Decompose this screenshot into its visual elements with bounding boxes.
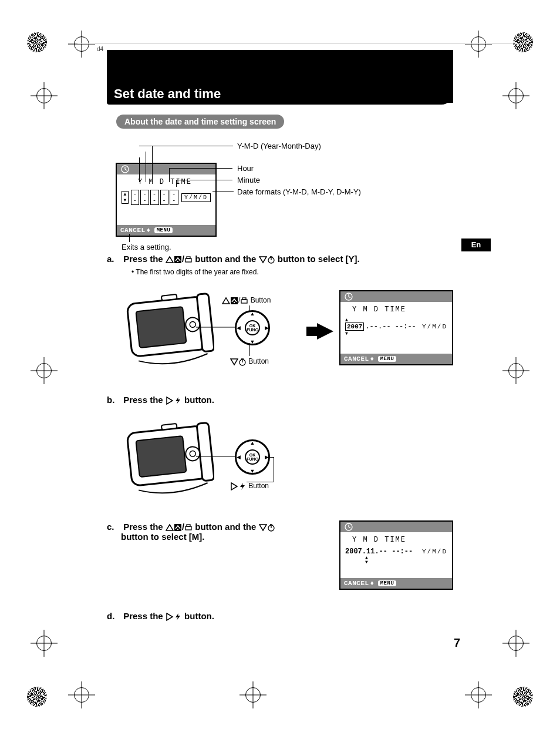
- clock-icon: [344, 522, 353, 532]
- triangle-up-icon: [166, 523, 174, 532]
- dpad-control: OKFUNC ▲ ▼ ◀ ▶: [235, 310, 270, 345]
- screen-year-select: Y M D TIME ▲ 2007 ▼ .--.-- --:-- Y/M/D C…: [339, 290, 453, 365]
- print-icon: [184, 523, 193, 532]
- self-timer-icon: [238, 358, 247, 366]
- triangle-down-icon: [259, 523, 267, 532]
- page-number: 7: [454, 636, 460, 650]
- up-button-label: / Button: [222, 296, 271, 305]
- print-icon: [184, 256, 193, 264]
- svg-rect-14: [136, 436, 186, 477]
- triangle-right-icon: [166, 613, 174, 621]
- callout-exits: Exits a setting.: [122, 243, 171, 251]
- screen-month-select: Y M D TIME 2007.11.-- --:-- Y/M/D ▲▼ CAN…: [339, 520, 453, 590]
- exposure-icon: [230, 297, 238, 305]
- flash-icon: [238, 482, 247, 491]
- dpad-control: OKFUNC ▲ ▼ ◀ ▶: [235, 439, 270, 475]
- clock-icon: [344, 292, 353, 301]
- triangle-right-icon: [166, 397, 174, 405]
- step-c: c. Press the / button and the button to …: [107, 522, 325, 542]
- callout-ymd: Y-M-D (Year-Month-Day): [237, 142, 321, 150]
- flash-icon: [174, 397, 182, 405]
- screen-footer: CANCEL ♦ MENU: [117, 225, 215, 236]
- exposure-icon: [174, 523, 182, 532]
- triangle-right-icon: [230, 482, 238, 491]
- ok-func-button: OKFUNC: [245, 320, 260, 335]
- step-d: d. Press the button.: [107, 611, 472, 621]
- svg-rect-11: [161, 294, 177, 301]
- triangle-up-icon: [222, 297, 230, 305]
- svg-rect-18: [161, 424, 177, 430]
- screen-header: Y M D TIME: [345, 536, 447, 544]
- print-icon: [240, 297, 248, 305]
- page-title: Set date and time: [114, 86, 221, 102]
- triangle-up-icon: [166, 256, 174, 264]
- triangle-down-icon: [259, 256, 267, 264]
- language-tab: En: [461, 239, 491, 251]
- triangle-down-icon: [230, 358, 238, 366]
- exposure-icon: [174, 256, 182, 264]
- subheading: About the date and time setting screen: [116, 115, 284, 129]
- ok-func-button: OKFUNC: [245, 449, 260, 465]
- doc-id: d4: [97, 46, 103, 52]
- flash-icon: [174, 613, 182, 621]
- clock-icon: [120, 164, 130, 174]
- step-a: a. Press the / button and the button to …: [107, 254, 472, 264]
- step-b: b. Press the button.: [107, 395, 472, 405]
- screen-header: Y M D TIME: [345, 305, 447, 314]
- callout-hour: Hour: [237, 164, 254, 173]
- up-down-indicator: ▲▼: [122, 191, 129, 204]
- self-timer-icon: [267, 256, 275, 264]
- date-format-box: Y/M/D: [181, 193, 211, 202]
- callout-formats: Date formats (Y-M-D, M-D-Y, D-M-Y): [237, 187, 361, 196]
- svg-rect-7: [136, 307, 186, 348]
- right-button-label: Button: [230, 482, 269, 491]
- step-a-note: The first two digits of the year are fix…: [131, 268, 259, 276]
- screen-date-time-overview: Y M D TIME ▲▼ -- -- -- -- -- Y/M/D CANCE…: [116, 163, 217, 237]
- arrow-right-icon: [317, 323, 333, 340]
- self-timer-icon: [267, 523, 275, 532]
- down-button-label: Button: [230, 357, 269, 366]
- callout-minute: Minute: [237, 176, 260, 184]
